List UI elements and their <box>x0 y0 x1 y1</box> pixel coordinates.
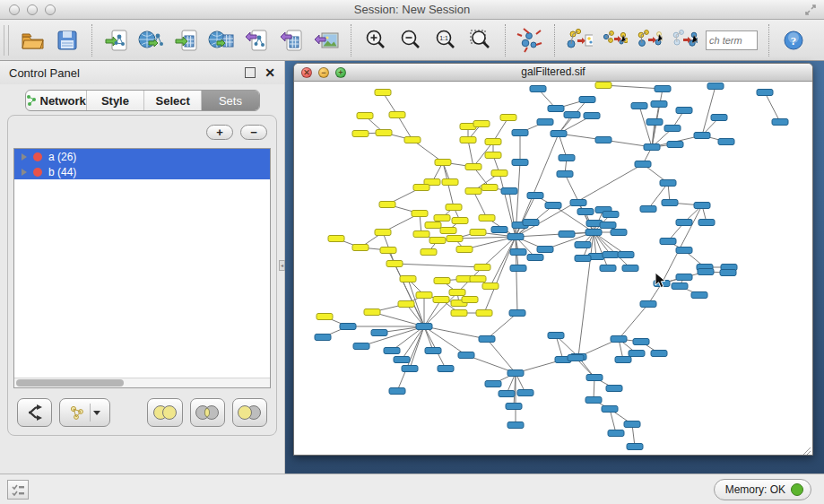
graph-node-blue[interactable] <box>579 97 595 103</box>
graph-node-yellow[interactable] <box>328 236 344 242</box>
graph-node-blue[interactable] <box>602 406 618 413</box>
graph-node-blue[interactable] <box>640 206 656 213</box>
tab-select[interactable]: Select <box>144 91 202 110</box>
graph-node-blue[interactable] <box>603 212 619 218</box>
zoom-in-button[interactable] <box>362 25 389 56</box>
graph-node-yellow[interactable] <box>491 170 507 177</box>
graph-node-blue[interactable] <box>603 252 619 258</box>
collapse-divider-button[interactable]: ◂ <box>279 260 285 271</box>
toolbar-drag-handle[interactable] <box>4 25 9 56</box>
graph-node-yellow[interactable] <box>595 83 611 89</box>
graph-node-blue[interactable] <box>757 90 773 96</box>
graph-edge[interactable] <box>397 115 412 140</box>
graph-node-yellow[interactable] <box>451 310 467 317</box>
graph-node-blue[interactable] <box>394 357 410 363</box>
graph-node-blue[interactable] <box>491 227 507 233</box>
graph-node-blue[interactable] <box>501 188 517 195</box>
graph-node-blue[interactable] <box>438 366 454 372</box>
graph-node-yellow[interactable] <box>456 247 473 253</box>
graph-node-yellow[interactable] <box>400 276 416 282</box>
graph-node-blue[interactable] <box>772 119 788 126</box>
graph-node-blue[interactable] <box>627 444 643 450</box>
zoom-out-button[interactable] <box>397 25 424 56</box>
tab-sets[interactable]: Sets <box>202 91 258 110</box>
graph-node-blue[interactable] <box>664 126 681 132</box>
graph-node-blue[interactable] <box>485 381 501 387</box>
graph-node-yellow[interactable] <box>442 179 458 186</box>
graph-node-blue[interactable] <box>568 355 584 361</box>
graph-node-blue[interactable] <box>615 357 631 363</box>
graph-node-yellow[interactable] <box>404 137 421 143</box>
group-nodes-button[interactable] <box>566 25 593 56</box>
graph-node-blue[interactable] <box>548 333 564 339</box>
scrollbar-thumb[interactable] <box>16 379 124 387</box>
graph-node-yellow[interactable] <box>452 218 468 224</box>
graph-edge[interactable] <box>395 264 482 267</box>
graph-node-yellow[interactable] <box>481 185 498 191</box>
network-canvas[interactable] <box>294 82 812 456</box>
graph-node-blue[interactable] <box>577 209 594 215</box>
graph-node-yellow[interactable] <box>474 265 490 271</box>
graph-node-blue[interactable] <box>655 86 671 92</box>
graph-node-blue[interactable] <box>667 142 683 148</box>
graph-edge[interactable] <box>424 300 441 326</box>
graph-edge[interactable] <box>487 313 517 339</box>
graph-node-blue[interactable] <box>651 351 667 357</box>
resize-grip[interactable] <box>803 448 811 455</box>
graph-node-blue[interactable] <box>698 220 715 226</box>
graph-node-yellow[interactable] <box>352 245 369 251</box>
graph-node-blue[interactable] <box>559 155 575 161</box>
close-panel-button[interactable]: ✕ <box>265 67 275 78</box>
graph-node-blue[interactable] <box>600 222 616 229</box>
graph-node-blue[interactable] <box>606 386 622 392</box>
import-network-file-button[interactable] <box>103 25 130 56</box>
graph-node-yellow[interactable] <box>413 185 429 191</box>
graph-node-blue[interactable] <box>611 230 627 236</box>
graph-node-blue[interactable] <box>545 203 561 209</box>
graph-node-yellow[interactable] <box>413 231 429 238</box>
graph-node-yellow[interactable] <box>465 188 481 195</box>
split-set-button[interactable] <box>17 398 52 427</box>
graph-node-blue[interactable] <box>718 139 734 145</box>
open-session-button[interactable] <box>19 25 46 56</box>
memory-status-button[interactable]: Memory: OK <box>714 479 811 500</box>
graph-node-yellow[interactable] <box>482 283 499 290</box>
minimize-network-button[interactable]: − <box>318 67 329 78</box>
graph-node-blue[interactable] <box>510 265 526 272</box>
graph-node-yellow[interactable] <box>421 249 437 256</box>
list-item-set-b[interactable]: b (44) <box>14 164 270 179</box>
graph-node-yellow[interactable] <box>416 292 432 299</box>
graph-node-blue[interactable] <box>315 335 331 341</box>
graph-node-yellow[interactable] <box>446 204 462 211</box>
graph-edge[interactable] <box>468 140 473 167</box>
graph-node-yellow[interactable] <box>357 113 373 119</box>
graph-node-blue[interactable] <box>720 270 736 276</box>
graph-node-blue[interactable] <box>507 370 524 377</box>
fullscreen-icon[interactable] <box>804 4 817 16</box>
graph-node-blue[interactable] <box>389 388 405 395</box>
graph-node-yellow[interactable] <box>473 121 490 127</box>
graph-node-blue[interactable] <box>479 336 495 343</box>
chevron-down-icon[interactable] <box>93 411 100 415</box>
close-window-button[interactable] <box>9 4 20 15</box>
graph-node-yellow[interactable] <box>500 115 516 121</box>
graph-node-blue[interactable] <box>600 265 616 272</box>
graph-node-yellow[interactable] <box>398 301 414 308</box>
graph-node-blue[interactable] <box>537 247 553 253</box>
graph-node-yellow[interactable] <box>462 297 478 303</box>
expander-icon[interactable] <box>22 169 27 176</box>
graph-node-blue[interactable] <box>662 200 678 206</box>
graph-edge[interactable] <box>594 232 630 268</box>
save-session-button[interactable] <box>54 25 81 56</box>
graph-node-blue[interactable] <box>635 161 651 168</box>
tab-network[interactable]: Network <box>26 91 87 110</box>
create-group-button[interactable] <box>601 25 628 56</box>
import-table-web-button[interactable] <box>208 25 235 56</box>
graph-node-blue[interactable] <box>458 352 474 359</box>
graph-node-blue[interactable] <box>676 274 692 281</box>
graph-edge[interactable] <box>765 92 780 122</box>
graph-edge[interactable] <box>559 134 567 158</box>
graph-node-yellow[interactable] <box>434 215 450 222</box>
graph-node-blue[interactable] <box>676 108 692 114</box>
graph-edge[interactable] <box>603 85 663 89</box>
